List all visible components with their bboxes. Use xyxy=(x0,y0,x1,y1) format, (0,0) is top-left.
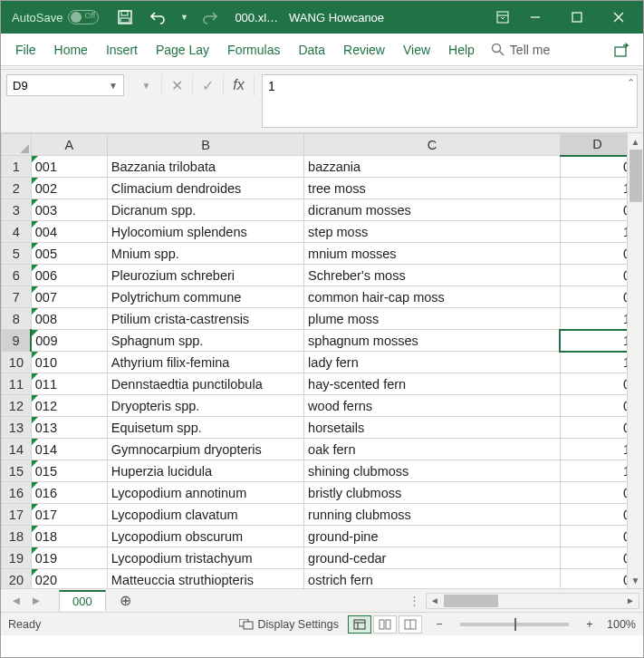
tab-formulas[interactable]: Formulas xyxy=(218,34,289,66)
cell[interactable]: 015 xyxy=(31,460,107,482)
tab-data[interactable]: Data xyxy=(289,34,334,66)
row-header[interactable]: 2 xyxy=(2,178,32,199)
cell[interactable]: 0 xyxy=(560,395,634,417)
maximize-button[interactable] xyxy=(556,1,598,34)
cell[interactable]: Lycopodium clavatum xyxy=(107,504,303,526)
cell[interactable]: shining clubmoss xyxy=(304,460,561,482)
col-header-b[interactable]: B xyxy=(107,134,303,156)
cell[interactable]: ground-pine xyxy=(304,526,561,547)
cell[interactable]: hay-scented fern xyxy=(304,373,561,395)
hscroll-left-icon[interactable]: ◄ xyxy=(427,594,443,608)
sheet-tab-active[interactable]: 000 xyxy=(59,590,106,611)
cell[interactable]: Lycopodium obscurum xyxy=(107,526,303,547)
row-header[interactable]: 8 xyxy=(2,308,32,330)
cell[interactable]: Hylocomium splendens xyxy=(107,221,303,243)
cell[interactable]: 1 xyxy=(560,330,634,352)
row-header[interactable]: 10 xyxy=(2,352,32,373)
scroll-track[interactable] xyxy=(628,150,643,572)
cell[interactable]: 1 xyxy=(560,308,634,330)
cell[interactable]: 0 xyxy=(560,417,634,439)
cell[interactable]: 1 xyxy=(560,352,634,373)
row-header[interactable]: 14 xyxy=(2,439,32,460)
vertical-scrollbar[interactable]: ▲ ▼ xyxy=(627,133,643,588)
cell[interactable]: 020 xyxy=(31,569,107,589)
zoom-in-button[interactable]: + xyxy=(582,618,598,631)
row-header[interactable]: 16 xyxy=(2,482,32,504)
sheet-next-icon[interactable]: ► xyxy=(26,594,46,607)
cell[interactable]: horsetails xyxy=(304,417,561,439)
cell[interactable]: 0 xyxy=(560,199,634,221)
row-header[interactable]: 17 xyxy=(2,504,32,526)
row-header[interactable]: 6 xyxy=(2,265,32,286)
cell[interactable]: 009 xyxy=(31,330,107,352)
tab-page-layout[interactable]: Page Lay xyxy=(147,34,218,66)
minimize-button[interactable] xyxy=(514,1,556,34)
cell[interactable]: common hair-cap moss xyxy=(304,286,561,308)
cell[interactable]: 0 xyxy=(560,569,634,589)
cell[interactable]: 0 xyxy=(560,286,634,308)
cell[interactable]: Dennstaedtia punctilobula xyxy=(107,373,303,395)
cell[interactable]: Polytrichum commune xyxy=(107,286,303,308)
cell[interactable]: 003 xyxy=(31,199,107,221)
cell[interactable]: 0 xyxy=(560,504,634,526)
row-header[interactable]: 20 xyxy=(2,569,32,589)
row-header[interactable]: 7 xyxy=(2,286,32,308)
row-header[interactable]: 11 xyxy=(2,373,32,395)
cell[interactable]: 0 xyxy=(560,547,634,569)
add-sheet-button[interactable]: ⊕ xyxy=(113,592,139,609)
cancel-icon[interactable]: ✕ xyxy=(162,74,193,96)
tab-insert[interactable]: Insert xyxy=(97,34,147,66)
cell[interactable]: 0 xyxy=(560,526,634,547)
row-header[interactable]: 3 xyxy=(2,199,32,221)
view-page-break-button[interactable] xyxy=(399,615,422,634)
row-header[interactable]: 13 xyxy=(2,417,32,439)
zoom-out-button[interactable]: − xyxy=(431,618,447,631)
undo-dropdown-icon[interactable]: ▼ xyxy=(178,5,189,29)
row-header[interactable]: 15 xyxy=(2,460,32,482)
cell[interactable]: dicranum mosses xyxy=(304,199,561,221)
view-normal-button[interactable] xyxy=(348,615,371,634)
cell[interactable]: Athyrium filix-femina xyxy=(107,352,303,373)
cell[interactable]: 011 xyxy=(31,373,107,395)
scroll-up-icon[interactable]: ▲ xyxy=(628,133,643,150)
cell[interactable]: plume moss xyxy=(304,308,561,330)
enter-icon[interactable]: ✓ xyxy=(193,74,224,96)
cell[interactable]: 019 xyxy=(31,547,107,569)
cell[interactable]: Mnium spp. xyxy=(107,243,303,265)
select-all-corner[interactable] xyxy=(2,134,32,156)
row-header[interactable]: 12 xyxy=(2,395,32,417)
cell[interactable]: 0 xyxy=(560,373,634,395)
spreadsheet-grid[interactable]: A B C D 1001Bazzania trilobatabazzania02… xyxy=(1,133,643,588)
hscroll-thumb[interactable] xyxy=(444,595,498,607)
chevron-down-icon[interactable]: ▼ xyxy=(109,81,118,91)
horizontal-scrollbar[interactable]: ◄ ► xyxy=(426,593,639,609)
zoom-slider[interactable] xyxy=(460,623,569,626)
cell[interactable]: 014 xyxy=(31,439,107,460)
cell[interactable]: 008 xyxy=(31,308,107,330)
cell[interactable]: 0 xyxy=(560,482,634,504)
row-header[interactable]: 1 xyxy=(2,156,32,178)
cell[interactable]: bristly clubmoss xyxy=(304,482,561,504)
cell[interactable]: mnium mosses xyxy=(304,243,561,265)
formula-input[interactable]: 1 ⌃ xyxy=(262,74,638,128)
cell[interactable]: Lycopodium annotinum xyxy=(107,482,303,504)
col-header-d[interactable]: D xyxy=(560,134,634,156)
tell-me-search[interactable]: Tell me xyxy=(484,43,557,57)
share-button[interactable] xyxy=(607,36,638,63)
row-header[interactable]: 4 xyxy=(2,221,32,243)
ribbon-options-icon[interactable] xyxy=(491,5,514,29)
zoom-level[interactable]: 100% xyxy=(607,618,636,631)
cell[interactable]: 1 xyxy=(560,178,634,199)
row-header[interactable]: 19 xyxy=(2,547,32,569)
cell[interactable]: Matteuccia struthiopteris xyxy=(107,569,303,589)
tab-home[interactable]: Home xyxy=(45,34,97,66)
cell[interactable]: Climacium dendroides xyxy=(107,178,303,199)
cell[interactable]: oak fern xyxy=(304,439,561,460)
cell[interactable]: sphagnum mosses xyxy=(304,330,561,352)
cell[interactable]: Equisetum spp. xyxy=(107,417,303,439)
scroll-thumb[interactable] xyxy=(630,150,642,202)
cell[interactable]: 0 xyxy=(560,243,634,265)
display-settings-button[interactable]: Display Settings xyxy=(239,618,339,631)
hscroll-right-icon[interactable]: ► xyxy=(622,594,639,608)
cell[interactable]: 012 xyxy=(31,395,107,417)
